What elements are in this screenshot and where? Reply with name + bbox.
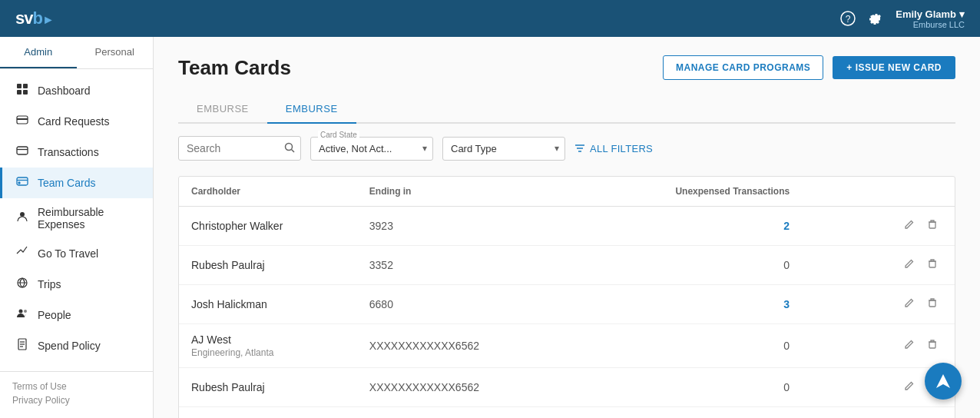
table-row: Rubesh Paulraj XXXXXXXXXXXX6562 0 <box>179 368 955 407</box>
trash-icon <box>927 219 938 230</box>
actions-cell <box>851 407 955 419</box>
sidebar-item-dashboard[interactable]: Dashboard <box>0 75 153 106</box>
actions-cell <box>851 246 955 285</box>
svg-point-13 <box>20 212 25 217</box>
edit-button[interactable] <box>899 216 919 236</box>
all-filters-button[interactable]: ALL FILTERS <box>574 143 653 154</box>
edit-icon <box>904 219 915 230</box>
search-button[interactable] <box>284 142 295 155</box>
search-wrapper <box>178 136 301 161</box>
table-body: Christopher Walker 3923 2 <box>179 207 955 419</box>
delete-button[interactable] <box>922 216 942 236</box>
col-unexpensed: Unexpensed Transactions <box>563 177 851 207</box>
unexpensed-cell: 0 <box>563 246 851 285</box>
svg-text:?: ? <box>846 14 851 25</box>
card-type-wrapper: Card Type Virtual Physical ▾ <box>442 137 565 161</box>
svg-rect-27 <box>929 261 935 267</box>
transactions-icon <box>15 144 30 160</box>
sidebar-tab-personal[interactable]: Personal <box>77 37 154 68</box>
sidebar-tab-admin[interactable]: Admin <box>0 37 77 68</box>
table-row: Kaley Submitter XXXXXXXXXXXX7901 0 <box>179 407 955 419</box>
trash-icon <box>927 339 938 350</box>
search-icon <box>284 142 295 153</box>
unexpensed-cell: 0 <box>563 368 851 407</box>
sidebar-item-reimbursable-expenses[interactable]: Reimbursable Expenses <box>0 198 153 238</box>
edit-icon <box>904 339 915 350</box>
unexpensed-cell: 0 <box>563 407 851 419</box>
sidebar: Admin Personal Dashboard Card Requests <box>0 37 154 418</box>
sidebar-nav: Dashboard Card Requests Transactions Tea… <box>0 69 153 371</box>
privacy-policy-link[interactable]: Privacy Policy <box>12 395 141 406</box>
filter-icon <box>574 143 585 154</box>
sidebar-item-trips[interactable]: Trips <box>0 269 153 300</box>
settings-button[interactable] <box>868 11 883 26</box>
content-header: Team Cards MANAGE CARD PROGRAMS + ISSUE … <box>178 55 955 80</box>
card-state-wrapper: Card State Active, Not Act... Active Not… <box>310 137 433 161</box>
trips-icon <box>15 277 30 292</box>
cards-table: Cardholder Ending in Unexpensed Transact… <box>179 177 955 418</box>
delete-button[interactable] <box>922 294 942 314</box>
sidebar-item-label: Transactions <box>38 146 99 158</box>
manage-card-programs-button[interactable]: MANAGE CARD PROGRAMS <box>663 55 823 80</box>
user-menu[interactable]: Emily Glamb ▾ Emburse LLC <box>896 8 965 29</box>
svg-rect-2 <box>17 84 22 88</box>
svg-line-22 <box>292 149 295 152</box>
card-state-select[interactable]: Active, Not Act... Active Not Active All <box>310 137 433 161</box>
svg-rect-3 <box>23 84 28 88</box>
reimbursable-expenses-icon <box>15 211 30 226</box>
cardholder-cell: Rubesh Paulraj <box>179 368 357 407</box>
svg-rect-7 <box>17 118 28 120</box>
table-row: Rubesh Paulraj 3352 0 <box>179 246 955 285</box>
cardholder-cell: Christopher Walker <box>179 207 357 246</box>
people-icon <box>15 307 30 323</box>
terms-of-use-link[interactable]: Terms of Use <box>12 381 141 392</box>
sidebar-item-transactions[interactable]: Transactions <box>0 137 153 168</box>
sidebar-item-people[interactable]: People <box>0 300 153 330</box>
issue-new-card-button[interactable]: + ISSUE NEW CARD <box>833 56 955 79</box>
tab-emburse-1[interactable]: EMBURSE <box>178 95 267 124</box>
svg-rect-4 <box>17 90 22 95</box>
edit-icon <box>904 297 915 308</box>
filters-row: Card State Active, Not Act... Active Not… <box>178 136 955 161</box>
sidebar-item-go-to-travel[interactable]: Go To Travel <box>0 238 153 269</box>
svg-point-16 <box>24 310 27 313</box>
ending-in-cell: XXXXXXXXXXXX6562 <box>357 324 563 368</box>
help-button[interactable]: ? <box>840 11 856 26</box>
edit-button[interactable] <box>899 294 919 314</box>
edit-button[interactable] <box>899 336 919 356</box>
sidebar-item-spend-policy[interactable]: Spend Policy <box>0 330 153 361</box>
cardholder-cell: AJ West Engineering, Atlanta <box>179 324 357 368</box>
logo-accent: ► <box>42 13 54 26</box>
ending-in-cell: XXXXXXXXXXXX7901 <box>357 407 563 419</box>
ending-in-cell: 3923 <box>357 207 563 246</box>
svg-rect-8 <box>17 147 28 154</box>
page-title: Team Cards <box>178 56 291 80</box>
help-icon: ? <box>840 11 856 26</box>
fab-button[interactable] <box>925 363 962 400</box>
delete-button[interactable] <box>922 255 942 275</box>
svg-point-15 <box>19 310 23 314</box>
gear-icon <box>868 11 883 26</box>
sidebar-item-label: Spend Policy <box>38 340 101 352</box>
card-type-select[interactable]: Card Type Virtual Physical <box>442 137 565 161</box>
search-input[interactable] <box>178 136 301 161</box>
edit-icon <box>904 380 915 391</box>
table-row: Christopher Walker 3923 2 <box>179 207 955 246</box>
cards-table-wrapper: Cardholder Ending in Unexpensed Transact… <box>178 176 955 418</box>
sidebar-item-team-cards[interactable]: Team Cards <box>0 168 153 198</box>
spend-policy-icon <box>15 338 30 353</box>
delete-button[interactable] <box>922 336 942 356</box>
sidebar-item-label: Reimbursable Expenses <box>38 206 141 231</box>
svg-point-12 <box>18 182 20 184</box>
tab-emburse-2[interactable]: EMBURSE <box>267 95 356 124</box>
user-name: Emily Glamb ▾ <box>896 8 965 20</box>
card-requests-icon <box>15 114 30 129</box>
cardholder-cell: Rubesh Paulraj <box>179 246 357 285</box>
edit-button[interactable] <box>899 255 919 275</box>
sidebar-item-label: Card Requests <box>38 115 109 128</box>
trash-icon <box>927 258 938 269</box>
edit-button[interactable] <box>899 377 919 397</box>
header-actions: MANAGE CARD PROGRAMS + ISSUE NEW CARD <box>663 55 955 80</box>
actions-cell <box>851 285 955 324</box>
sidebar-item-card-requests[interactable]: Card Requests <box>0 106 153 137</box>
